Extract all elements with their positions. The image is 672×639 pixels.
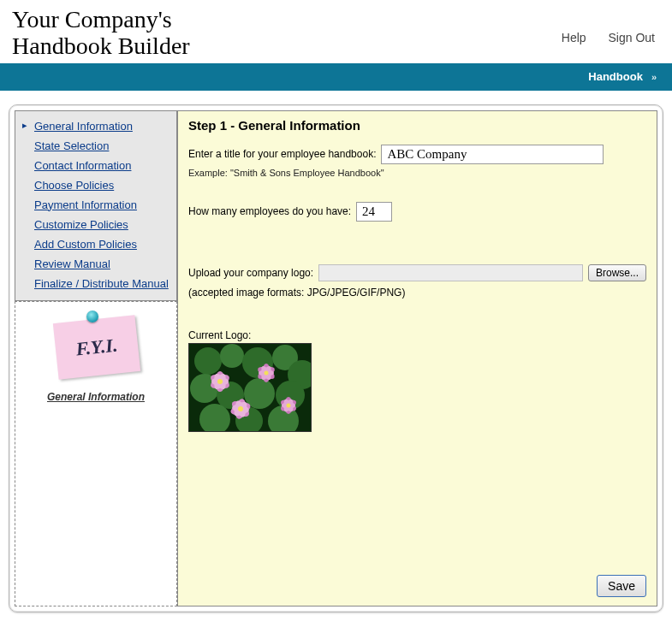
top-links: Help Sign Out: [543, 7, 655, 44]
sidebar: General Information State Selection Cont…: [15, 110, 177, 606]
sidebar-item-label: State Selection: [34, 139, 109, 152]
svg-point-2: [220, 344, 244, 368]
svg-point-19: [217, 379, 223, 384]
sidebar-item-label: Choose Policies: [34, 179, 114, 192]
navbar-item-handbook[interactable]: Handbook: [588, 70, 643, 83]
employees-label: How many employees do you have:: [188, 205, 351, 217]
chevron-right-icon: »: [651, 72, 657, 82]
signout-link[interactable]: Sign Out: [609, 31, 655, 44]
svg-point-26: [265, 370, 269, 375]
sidebar-item-state-selection[interactable]: State Selection: [22, 136, 169, 156]
sidebar-item-label: Customize Policies: [34, 218, 128, 231]
browse-button[interactable]: Browse...: [588, 264, 646, 281]
fyi-caption: General Information: [19, 391, 173, 403]
sidebar-item-finalize-distribute[interactable]: Finalize / Distribute Manual: [22, 274, 169, 293]
sidebar-item-label: Contact Information: [34, 159, 131, 172]
app-title: Your Company's Handbook Builder: [12, 7, 190, 60]
sidebar-item-label: Finalize / Distribute Manual: [34, 277, 169, 290]
main-content: Step 1 - General Information Enter a tit…: [177, 110, 657, 606]
step-title: Step 1 - General Information: [188, 118, 646, 133]
current-logo-image: [188, 343, 312, 432]
sidebar-item-label: Review Manual: [34, 257, 110, 270]
app-title-line1: Your Company's: [12, 6, 172, 33]
title-label: Enter a title for your employee handbook…: [188, 148, 376, 160]
svg-point-1: [194, 347, 222, 375]
employees-input[interactable]: [356, 202, 392, 222]
sidebar-item-choose-policies[interactable]: Choose Policies: [22, 175, 169, 195]
app-title-line2: Handbook Builder: [12, 33, 190, 59]
sidebar-item-review-manual[interactable]: Review Manual: [22, 254, 169, 274]
current-logo-label: Current Logo:: [188, 329, 646, 341]
help-link[interactable]: Help: [562, 31, 586, 44]
sidebar-nav: General Information State Selection Cont…: [15, 110, 177, 301]
navbar: Handbook »: [0, 63, 672, 91]
fyi-panel: F.Y.I. General Information: [15, 301, 177, 606]
svg-point-40: [287, 403, 291, 407]
save-button[interactable]: Save: [597, 575, 646, 597]
sidebar-item-label: Payment Information: [34, 198, 137, 211]
sidebar-item-general-information[interactable]: General Information: [22, 116, 169, 136]
pushpin-icon: [86, 311, 98, 322]
sidebar-item-add-custom-policies[interactable]: Add Custom Policies: [22, 234, 169, 254]
accepted-formats-hint: (accepted image formats: JPG/JPEG/GIF/PN…: [188, 287, 646, 299]
upload-label: Upload your company logo:: [188, 267, 313, 279]
svg-point-33: [238, 406, 243, 411]
handbook-title-input[interactable]: [381, 145, 604, 164]
fyi-sticky-note-icon: F.Y.I.: [49, 314, 143, 381]
sidebar-item-contact-information[interactable]: Contact Information: [22, 156, 169, 175]
sidebar-item-customize-policies[interactable]: Customize Policies: [22, 215, 169, 234]
title-example-hint: Example: "Smith & Sons Employee Handbook…: [188, 168, 646, 178]
sidebar-item-label: General Information: [34, 120, 133, 133]
sidebar-item-label: Add Custom Policies: [34, 238, 137, 251]
upload-path-field[interactable]: [318, 264, 583, 281]
sidebar-item-payment-information[interactable]: Payment Information: [22, 195, 169, 215]
fyi-note-text: F.Y.I.: [74, 334, 118, 360]
